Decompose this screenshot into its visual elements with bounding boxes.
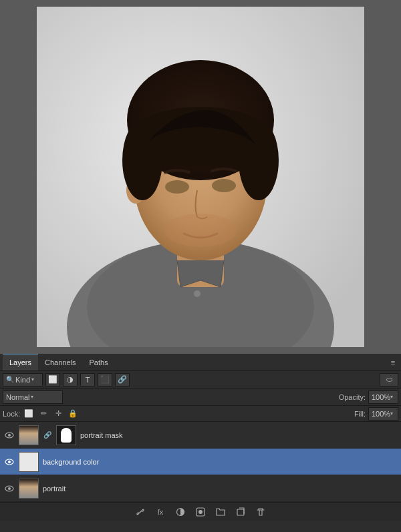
blend-mode-select[interactable]: Normal ▾ bbox=[3, 390, 63, 404]
layers-list: 🔗 portrait mask background color bbox=[0, 422, 401, 502]
tab-channels[interactable]: Channels bbox=[38, 354, 82, 370]
lock-image-btn[interactable]: ✏ bbox=[37, 409, 49, 419]
fill-label: Fill: bbox=[354, 410, 366, 418]
lock-all-btn[interactable]: 🔒 bbox=[67, 409, 79, 419]
delete-layer-icon[interactable] bbox=[255, 506, 267, 518]
visibility-icon-portrait[interactable] bbox=[4, 483, 15, 494]
opacity-value[interactable]: 100% ▾ bbox=[368, 390, 398, 404]
lock-transparent-btn[interactable]: ⬜ bbox=[23, 409, 35, 419]
opacity-label: Opacity: bbox=[339, 393, 366, 401]
layer-name-background-color: background color bbox=[43, 458, 397, 466]
layers-panel: Layers Channels Paths ≡ 🔍 Kind ▾ ⬜ ◑ T ⬛… bbox=[0, 354, 401, 532]
svg-point-13 bbox=[164, 214, 237, 247]
svg-point-14 bbox=[194, 290, 200, 297]
tab-layers[interactable]: Layers bbox=[3, 354, 38, 370]
layer-link-icon[interactable]: 🔗 bbox=[43, 431, 52, 440]
layer-row-portrait-mask[interactable]: 🔗 portrait mask bbox=[0, 422, 401, 449]
filter-toggle-icon[interactable]: ⬭ bbox=[380, 373, 398, 386]
visibility-icon-portrait-mask[interactable] bbox=[4, 430, 15, 441]
adjustment-filter-icon[interactable]: ◑ bbox=[63, 373, 78, 386]
add-fill-adjustment-icon[interactable] bbox=[174, 506, 186, 518]
new-layer-icon[interactable] bbox=[235, 506, 247, 518]
panel-menu-icon[interactable]: ≡ bbox=[388, 357, 398, 368]
tab-paths[interactable]: Paths bbox=[83, 354, 115, 370]
add-mask-icon[interactable] bbox=[194, 506, 207, 518]
photo-frame bbox=[37, 7, 364, 347]
layer-thumb-background-color bbox=[19, 452, 39, 472]
layer-name-portrait-mask: portrait mask bbox=[80, 431, 397, 439]
layer-name-portrait: portrait bbox=[43, 485, 397, 493]
lock-position-btn[interactable]: ✛ bbox=[52, 409, 64, 419]
pixel-filter-icon[interactable]: ⬜ bbox=[45, 373, 60, 386]
new-group-icon[interactable] bbox=[215, 506, 227, 518]
lock-label: Lock: bbox=[3, 410, 20, 418]
filter-kind-select[interactable]: 🔍 Kind ▾ bbox=[3, 373, 43, 386]
layer-row-background-color[interactable]: background color bbox=[0, 449, 401, 475]
layer-thumb-portrait bbox=[19, 425, 39, 445]
svg-point-16 bbox=[8, 434, 11, 437]
filter-row: 🔍 Kind ▾ ⬜ ◑ T ⬛ 🔗 ⬭ bbox=[0, 371, 401, 388]
layer-row-portrait[interactable]: portrait bbox=[0, 475, 401, 502]
layers-bottom-bar: fx bbox=[0, 502, 401, 521]
layer-thumb-portrait-base bbox=[19, 479, 39, 499]
svg-point-23 bbox=[198, 510, 203, 514]
smart-filter-icon[interactable]: 🔗 bbox=[115, 373, 130, 386]
visibility-icon-background-color[interactable] bbox=[4, 457, 15, 467]
svg-point-12 bbox=[212, 179, 236, 192]
layer-thumb-mask bbox=[56, 425, 76, 445]
svg-rect-24 bbox=[237, 509, 244, 515]
shape-filter-icon[interactable]: ⬛ bbox=[98, 373, 112, 386]
add-layer-style-icon[interactable]: fx bbox=[154, 506, 166, 518]
svg-point-18 bbox=[8, 461, 11, 463]
svg-point-11 bbox=[165, 180, 189, 194]
blend-opacity-row: Normal ▾ Opacity: 100% ▾ bbox=[0, 388, 401, 406]
canvas-area bbox=[0, 0, 401, 354]
fill-value[interactable]: 100% ▾ bbox=[368, 407, 398, 421]
tabs-row: Layers Channels Paths ≡ bbox=[0, 354, 401, 371]
link-layers-icon[interactable] bbox=[134, 506, 146, 518]
portrait-svg bbox=[37, 7, 364, 347]
lock-fill-row: Lock: ⬜ ✏ ✛ 🔒 Fill: 100% ▾ bbox=[0, 406, 401, 422]
type-filter-icon[interactable]: T bbox=[80, 373, 95, 386]
svg-point-20 bbox=[8, 487, 11, 490]
